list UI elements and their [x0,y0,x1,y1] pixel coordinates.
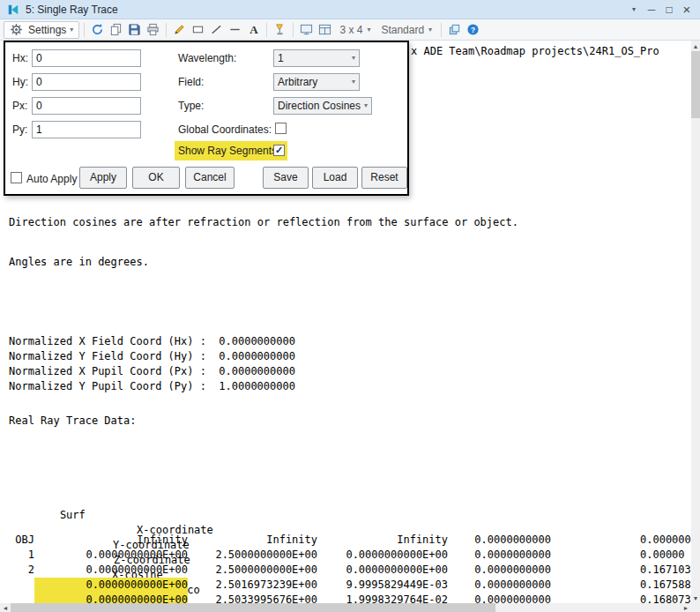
hx-field[interactable] [32,49,141,67]
help-icon[interactable]: ? [465,21,481,38]
scroll-right-icon[interactable]: ► [681,603,691,612]
scroll-up-icon[interactable]: ▲ [691,41,700,51]
print-icon[interactable] [145,21,161,38]
grid-size-dropdown[interactable]: 3 x 4 ▾ [335,21,375,39]
coord-lines-container: Normalized X Field Coord (Hx) :0.0000000… [9,334,691,349]
load-button[interactable]: Load [312,167,358,189]
py-field[interactable] [32,121,141,138]
table-row: 0.0000000000E+002.5033995676E+001.999832… [9,593,691,603]
wavelength-value: 1 [278,52,352,64]
field-label: Field: [178,76,204,88]
ray-table-rows: OBJInfinityInfinityInfinity0.00000000000… [9,533,691,548]
py-label: Py: [12,123,27,136]
chevron-down-icon: ▾ [367,26,370,34]
show-ray-segments-checkbox[interactable]: ✓ [273,145,285,156]
table-row: 20.0000000000E+002.5000000000E+000.00000… [9,563,691,578]
check-icon: ✓ [275,146,283,155]
spacer [9,295,691,310]
save-icon[interactable] [126,21,143,38]
type-value: Direction Cosines [278,100,364,112]
chevron-down-icon: ▾ [352,78,355,86]
field-select[interactable]: Arbitrary ▾ [273,73,360,91]
header-surf: Surf [60,508,86,523]
window-controls: ▾ ─ □ × [625,1,696,19]
dash-annotation-icon[interactable] [227,21,243,38]
wavelength-select[interactable]: 1 ▾ [273,49,360,67]
lamp-icon[interactable] [272,21,288,38]
app-icon [4,1,21,18]
px-label: Px: [12,100,27,112]
copy-icon[interactable] [108,21,124,38]
field-value: Arbitrary [278,76,352,88]
hy-field[interactable] [32,73,141,91]
auto-apply-label: Auto Apply [26,173,77,185]
close-button[interactable]: × [678,1,696,19]
show-ray-segments-label: Show Ray Segments³: [178,145,283,157]
chevron-down-icon: ▾ [428,26,432,34]
scroll-down-icon[interactable]: ▼ [691,593,700,603]
titlebar: 5: Single Ray Trace ▾ ─ □ × [0,0,700,19]
cancel-button[interactable]: Cancel [185,167,235,189]
toolbar-separator [84,23,85,37]
vertical-scrollbar[interactable]: ▲ ▼ [691,41,700,603]
chevron-down-icon: ▾ [364,102,368,109]
refresh-icon[interactable] [89,21,106,38]
coord-line: Normalized X Field Coord (Hx) :0.0000000… [9,334,691,349]
text-annotation-icon[interactable]: A [245,21,262,38]
maximize-button[interactable]: □ [660,1,678,19]
global-coordinates-checkbox[interactable] [275,123,287,134]
style-dropdown[interactable]: Standard ▾ [376,21,436,39]
toolbar: Settings ▾ A [0,19,700,41]
apply-button[interactable]: Apply [79,167,127,189]
display-settings-icon[interactable] [298,21,315,38]
horizontal-scroll-thumb[interactable] [11,603,495,612]
save-button[interactable]: Save [263,167,309,189]
scrollbar-corner [691,603,700,612]
hy-label: Hy: [12,76,28,88]
scroll-left-icon[interactable]: ◄ [0,603,11,612]
note-line: Direction cosines are after refraction o… [9,215,691,230]
line-annotation-icon[interactable] [208,21,225,38]
table-row: OBJInfinityInfinityInfinity0.00000000000… [9,533,691,548]
table-row: 10.0000000000E+002.5000000000E+000.00000… [9,548,691,563]
global-coordinates-label: Global Coordinates: [178,123,272,136]
spacer [9,453,691,468]
px-field[interactable] [32,97,141,115]
type-select[interactable]: Direction Cosines ▾ [273,97,372,115]
coord-line: Normalized Y Field Coord (Hy) :0.0000000… [9,349,691,364]
grid-layout-icon[interactable] [316,21,333,38]
vertical-scroll-thumb[interactable] [691,51,700,118]
settings-button[interactable]: Settings ▾ [4,21,79,39]
toolbar-separator [266,23,267,37]
table-row: 0.0000000000E+002.5016973239E+009.999582… [9,578,691,593]
ok-button[interactable]: OK [132,167,180,189]
style-value: Standard [381,24,424,36]
grid-size-value: 3 x 4 [339,24,362,36]
report-path-fragment: x ADE Team\Roadmap projects\24R1_OS_Pro [411,45,659,57]
minimize-button[interactable]: ─ [643,1,660,19]
layers-icon[interactable] [446,21,463,38]
chevron-down-icon: ▾ [352,55,355,62]
single-ray-trace-window: 5: Single Ray Trace ▾ ─ □ × Settings ▾ [0,0,700,612]
wavelength-label: Wavelength: [178,52,236,64]
toolbar-separator [166,23,167,37]
note-line: Angles are in degrees. [9,255,691,270]
gear-icon [8,21,25,38]
show-ray-segments-highlight: Show Ray Segments³: ✓ [175,141,287,160]
toolbar-separator [293,23,294,37]
toolbar-separator [441,23,442,37]
window-menu-icon[interactable]: ▾ [625,1,643,19]
window-title: 5: Single Ray Trace [26,4,118,16]
chevron-down-icon: ▾ [70,26,73,34]
rectangle-annotation-icon[interactable] [190,21,206,38]
reset-button[interactable]: Reset [361,167,407,189]
hx-label: Hx: [12,52,28,64]
settings-dialog: Hx: Hy: Px: Py: Wavelength: 1 ▾ Field: A… [4,41,409,196]
svg-text:?: ? [471,26,475,34]
type-label: Type: [178,100,204,112]
pencil-annotation-icon[interactable] [171,21,188,38]
horizontal-scrollbar[interactable]: ◄ ► [0,603,691,612]
settings-label: Settings [28,24,66,36]
section-title: Real Ray Trace Data: [9,414,691,429]
auto-apply-checkbox[interactable] [11,172,22,183]
